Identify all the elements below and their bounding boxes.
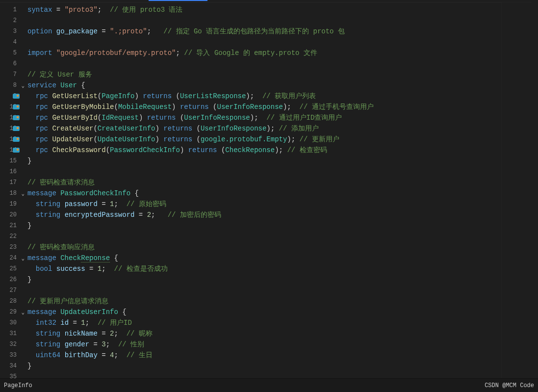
usage-badge-icon[interactable] (13, 137, 20, 142)
token (27, 103, 36, 111)
token (27, 146, 36, 154)
token (27, 114, 36, 122)
line-number: 29 (7, 309, 17, 315)
code-line[interactable]: message CheckReponse { (27, 253, 538, 263)
token: bool (36, 265, 52, 273)
token: Check (60, 254, 81, 262)
token: = (69, 319, 81, 327)
token: uint64 (36, 351, 60, 359)
code-line[interactable]: } (27, 274, 538, 285)
code-line[interactable]: option go_package = ".;proto"; // 指定 Go … (27, 26, 538, 37)
code-line[interactable]: message PasswordCheckInfo { (27, 188, 538, 199)
code-line[interactable]: rpc UpdateUser(UpdateUserInfo) returns (… (27, 134, 538, 145)
code-line[interactable] (27, 166, 538, 177)
code-line[interactable]: bool success = 1; // 检查是否成功 (27, 263, 538, 274)
code-line[interactable]: service User { (27, 80, 538, 91)
code-line[interactable]: string gender = 3; // 性别 (27, 339, 538, 350)
code-line[interactable]: // 更新用户信息请求消息 (27, 296, 538, 307)
gutter-row: 23 (0, 242, 27, 253)
token: GetUserById (52, 114, 97, 122)
token: ) (180, 146, 188, 154)
token: ; (114, 351, 126, 359)
fold-icon[interactable]: ⌄ (21, 255, 25, 261)
token: } (27, 157, 31, 165)
usage-badge-icon[interactable] (13, 126, 20, 131)
minimap[interactable] (501, 2, 531, 378)
code-line[interactable]: // 密码检查请求消息 (27, 177, 538, 188)
code-line[interactable]: // 密码检查响应消息 (27, 242, 538, 253)
usage-badge-icon[interactable] (13, 115, 20, 120)
token (52, 49, 56, 57)
token (27, 340, 36, 348)
code-line[interactable]: import "google/protobuf/empty.proto"; //… (27, 48, 538, 58)
code-line[interactable]: rpc GetUserByMobile(MobileRequest) retur… (27, 102, 538, 112)
token: // 性别 (118, 340, 144, 349)
code-line[interactable] (27, 58, 538, 69)
token (27, 351, 36, 359)
code-line[interactable]: message UpdateUserInfo { (27, 307, 538, 317)
token: Reponse (81, 254, 110, 262)
token: birthDay (65, 351, 98, 359)
code-line[interactable]: uint64 birthDay = 4; // 生日 (27, 350, 538, 361)
token (52, 265, 56, 273)
token: UpdateUserInfo (98, 135, 155, 143)
token: option (27, 27, 52, 35)
token: ); (250, 114, 267, 122)
gutter-row: 4 (0, 37, 27, 48)
code-line[interactable]: rpc CreateUser(CreateUserInfo) returns (… (27, 123, 538, 134)
code-editor[interactable]: 12345678⌄9101112131415161718⌄19202122232… (0, 2, 538, 378)
token: } (27, 276, 31, 284)
gutter-row: 2 (0, 15, 27, 26)
code-area[interactable]: syntax = "proto3"; // 使用 proto3 语法option… (27, 2, 538, 378)
token: { (110, 254, 118, 262)
code-line[interactable]: } (27, 156, 538, 166)
code-line[interactable] (27, 285, 538, 296)
token: string (36, 330, 60, 338)
fold-icon[interactable]: ⌄ (21, 190, 25, 197)
usage-badge-icon[interactable] (13, 105, 20, 109)
gutter-row: 22 (0, 231, 27, 242)
token: encryptedPassword (65, 211, 135, 219)
token (27, 200, 36, 208)
token: syntax (27, 6, 52, 14)
line-number: 23 (7, 244, 17, 251)
code-line[interactable]: } (27, 220, 538, 231)
usage-badge-icon[interactable] (13, 148, 20, 153)
code-line[interactable]: rpc CheckPassword(PasswordCheckInfo) ret… (27, 145, 538, 156)
token: } (27, 362, 31, 370)
token (27, 125, 36, 132)
code-line[interactable]: string password = 1; // 原始密码 (27, 199, 538, 209)
token: string (36, 200, 60, 208)
token: UserInfoResponse (184, 114, 250, 122)
token: MobileRequest (118, 103, 172, 111)
token: UserInfoResponse (217, 103, 283, 111)
token: rpc (36, 135, 48, 143)
code-line[interactable] (27, 15, 538, 26)
code-line[interactable]: string nickName = 2; // 昵称 (27, 328, 538, 339)
token: } (27, 222, 31, 230)
token: returns (147, 114, 176, 122)
token: IdRequest (102, 114, 139, 122)
token (56, 319, 60, 327)
token: go_package (56, 27, 98, 35)
code-line[interactable] (27, 231, 538, 242)
gutter-row: 9 (0, 91, 27, 102)
code-line[interactable] (27, 37, 538, 48)
code-line[interactable]: // 定义 User 服务 (27, 69, 538, 80)
code-line[interactable]: int32 id = 1; // 用户ID (27, 317, 538, 328)
code-line[interactable]: string encryptedPassword = 2; // 加密后的密码 (27, 209, 538, 220)
token: id (60, 319, 69, 327)
line-number: 6 (7, 60, 17, 67)
code-line[interactable]: syntax = "proto3"; // 使用 proto3 语法 (27, 4, 538, 15)
token: returns (163, 125, 192, 132)
status-left[interactable]: PageInfo (4, 382, 32, 389)
fold-icon[interactable]: ⌄ (21, 309, 25, 315)
code-line[interactable]: } (27, 361, 538, 371)
usage-badge-icon[interactable] (13, 94, 20, 99)
vertical-scrollbar[interactable] (531, 2, 538, 378)
code-line[interactable]: rpc GetUserList(PageInfo) returns (UserL… (27, 91, 538, 102)
token: ) (155, 125, 163, 132)
status-right: CSDN @MCM Code (485, 382, 534, 389)
code-line[interactable]: rpc GetUserById(IdRequest) returns (User… (27, 112, 538, 123)
fold-icon[interactable]: ⌄ (21, 82, 25, 89)
